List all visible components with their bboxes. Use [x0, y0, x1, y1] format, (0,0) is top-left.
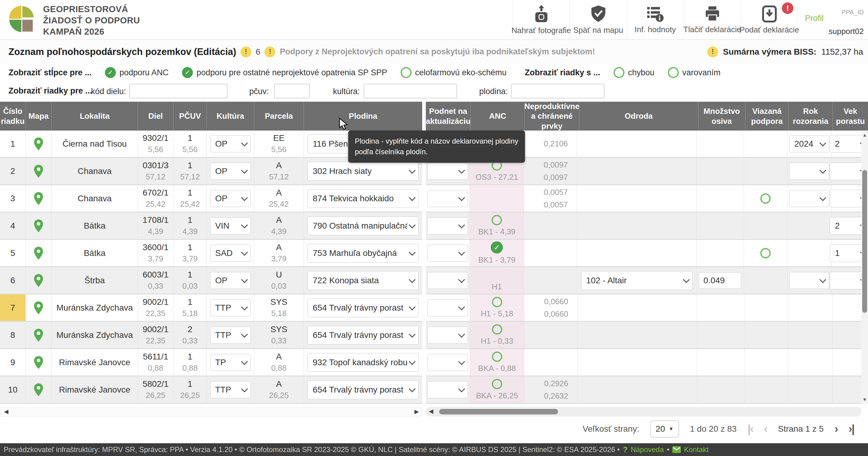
plodina-select[interactable]: 722 Konopa siata: [308, 271, 418, 290]
diel-cell: 9302/15,56: [138, 131, 174, 157]
neproduktivne-cell: [524, 212, 577, 239]
kultura-select[interactable]: SAD: [210, 245, 251, 262]
diel-cell: 1708/14,39: [138, 212, 174, 239]
kultura-select[interactable]: TTP: [210, 300, 251, 316]
map-pin-icon[interactable]: [33, 301, 44, 315]
logo-icon: [7, 4, 36, 33]
warning-icon[interactable]: !: [265, 47, 275, 57]
kultura-select[interactable]: TTP: [210, 327, 251, 344]
submit-declarations-button[interactable]: ! Podať deklarácie: [741, 0, 798, 39]
plodina-select[interactable]: 302 Hrach siaty: [308, 162, 418, 181]
last-page-button[interactable]: ›|: [848, 423, 854, 435]
rok-select[interactable]: [789, 190, 829, 207]
plodina-select[interactable]: 654 Trvalý trávny porast: [308, 380, 418, 399]
plodina-input[interactable]: [511, 84, 604, 98]
kod-dielu-input[interactable]: [129, 84, 227, 98]
printer-icon: [704, 5, 721, 23]
kultura-select[interactable]: OP: [210, 190, 251, 207]
anc-cell: H1 - 5,18: [470, 294, 524, 321]
mnozstvo-cell: [696, 240, 744, 266]
page-size-select[interactable]: 20 ▼: [650, 421, 679, 437]
first-page-button[interactable]: |‹: [748, 423, 753, 435]
profile-area: Profil PPA_ID support02 Odhlásiť Podaná: [797, 0, 868, 39]
profile-link[interactable]: Profil: [805, 14, 824, 23]
rok-select[interactable]: [789, 163, 829, 180]
help-link[interactable]: Nápoveda: [630, 445, 663, 454]
toggle-podporu-anc[interactable]: ✓ podporu ANC: [105, 67, 168, 78]
biss-label: Sumárna výmera BISS:: [723, 47, 816, 57]
mnozstvo-cell: 0.049: [696, 267, 744, 293]
map-pin-icon[interactable]: [33, 383, 44, 397]
scroll-left-icon[interactable]: ◀: [429, 408, 433, 415]
podnet-select[interactable]: [427, 190, 468, 207]
pcuv-cell: 13,79: [174, 240, 207, 266]
map-pin-icon[interactable]: [33, 164, 44, 178]
warning-icon[interactable]: !: [241, 47, 251, 57]
left-horizontal-scrollbar[interactable]: ◀ ▶: [1, 407, 422, 417]
scroll-left-icon[interactable]: ◀: [4, 408, 8, 415]
kultura-select[interactable]: OP: [210, 163, 251, 180]
toggle-label: chybou: [628, 68, 654, 78]
plodina-select[interactable]: 790 Ostatná manipulačná pl: [308, 217, 418, 235]
map-pin-icon[interactable]: [33, 355, 44, 369]
vertical-scrollbar[interactable]: ▲ ▼: [861, 131, 868, 404]
rok-select[interactable]: [789, 272, 829, 289]
podnet-select[interactable]: [427, 163, 468, 180]
kultura-select[interactable]: OP: [210, 135, 251, 152]
vertical-scrollbar-thumb[interactable]: [862, 170, 867, 313]
scroll-right-icon[interactable]: ▶: [414, 408, 419, 415]
pcuv-input[interactable]: [274, 84, 310, 98]
podnet-select[interactable]: [427, 381, 468, 398]
anc-cell: BKA - 0,88: [470, 349, 524, 375]
toggle-podpora-spp[interactable]: ✓ podporu pre ostatné neprojektové opatr…: [182, 67, 387, 78]
row-number-cell: 7: [0, 294, 26, 321]
plodina-select[interactable]: 932 Topoľ kanadský robusta: [308, 353, 418, 372]
podnet-select[interactable]: [427, 300, 468, 316]
kultura-input[interactable]: [364, 84, 457, 98]
info-values-button[interactable]: Inf. hodnoty: [627, 0, 684, 39]
contact-link[interactable]: Kontakt: [684, 445, 709, 454]
app-logo: [7, 4, 36, 33]
plodina-select[interactable]: 753 Marhuľa obyčajná: [308, 244, 418, 263]
kultura-select[interactable]: TTP: [210, 381, 251, 398]
podnet-select[interactable]: [427, 245, 468, 262]
rok-select[interactable]: 2024: [789, 135, 829, 152]
mnozstvo-cell: [697, 376, 745, 403]
checked-circle-icon: ✓: [105, 67, 116, 78]
plodina-select[interactable]: 654 Trvalý trávny porast: [308, 298, 418, 317]
scroll-down-icon[interactable]: ▼: [861, 397, 868, 402]
plodina-select[interactable]: 874 Tekvica hokkaido: [308, 189, 418, 208]
tooltip-line2: podľa číselníka plodín.: [355, 147, 518, 157]
prev-page-button[interactable]: ‹: [764, 423, 767, 435]
columns-filter-label: Zobraziť stĺpce pre ...: [8, 68, 92, 78]
map-pin-icon[interactable]: [33, 219, 44, 233]
map-pin-icon[interactable]: [33, 274, 44, 287]
podnet-select[interactable]: [427, 272, 468, 289]
mnozstvo-input[interactable]: 0.049: [699, 272, 741, 289]
map-pin-icon[interactable]: [33, 328, 44, 342]
podnet-select[interactable]: [427, 327, 468, 344]
toggle-chybou[interactable]: chybou: [614, 67, 654, 78]
upload-photos-button[interactable]: Nahrať fotografie: [513, 0, 569, 39]
podnet-select[interactable]: [427, 354, 468, 371]
kultura-select[interactable]: TP: [210, 354, 251, 371]
kultura-select[interactable]: VIN: [210, 217, 251, 234]
next-page-button[interactable]: ›: [835, 423, 838, 435]
odroda-select[interactable]: 102 - Altair: [581, 271, 693, 290]
right-horizontal-scrollbar[interactable]: ◀: [426, 407, 861, 417]
toggle-varovanim[interactable]: varovaním: [668, 67, 721, 78]
scroll-up-icon[interactable]: ▲: [861, 132, 868, 138]
kultura-cell: TTP: [207, 376, 254, 403]
back-to-map-button[interactable]: Späť na mapu: [569, 0, 627, 39]
warning-icon[interactable]: !: [707, 47, 718, 57]
map-pin-icon[interactable]: [33, 137, 44, 151]
toggle-eko-schema[interactable]: celofarmovú eko-schému: [401, 67, 507, 78]
kultura-select[interactable]: OP: [210, 272, 251, 289]
print-declarations-button[interactable]: Tlačiť deklarácie: [684, 0, 741, 39]
plodina-select[interactable]: 654 Trvalý trávny porast: [308, 326, 418, 345]
map-pin-icon[interactable]: [33, 246, 44, 260]
horizontal-scrollbar-thumb[interactable]: [439, 409, 558, 415]
map-pin-icon[interactable]: [33, 192, 44, 205]
podnet-select[interactable]: [427, 217, 468, 234]
column-filters: Zobraziť stĺpce pre ... ✓ podporu ANC ✓ …: [0, 64, 868, 81]
